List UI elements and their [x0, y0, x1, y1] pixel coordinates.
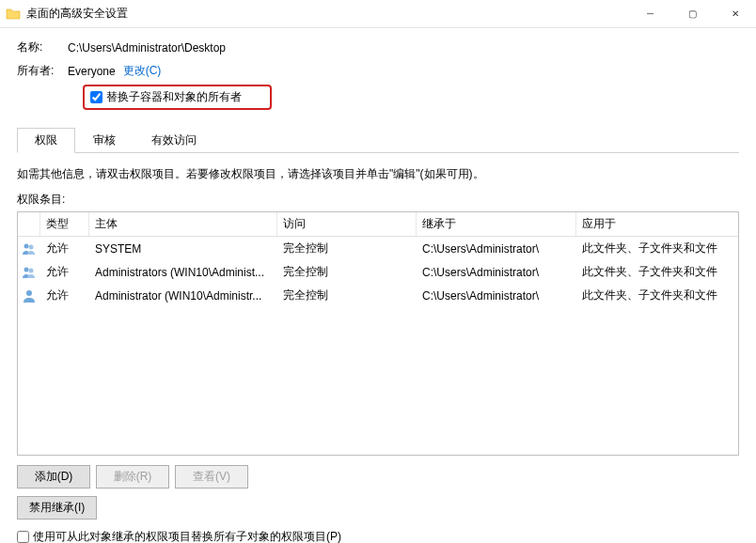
table-row[interactable]: 允许Administrators (WIN10\Administ...完全控制C…	[18, 260, 738, 284]
cell-applies: 此文件夹、子文件夹和文件	[576, 237, 738, 260]
cell-access: 完全控制	[277, 260, 417, 284]
disable-inheritance-button[interactable]: 禁用继承(I)	[17, 496, 97, 520]
cell-type: 允许	[40, 260, 89, 284]
folder-icon	[6, 7, 21, 22]
cell-access: 完全控制	[277, 284, 417, 307]
cell-principal: Administrators (WIN10\Administ...	[89, 262, 277, 283]
name-label: 名称:	[17, 39, 68, 55]
info-text: 如需其他信息，请双击权限项目。若要修改权限项目，请选择该项目并单击"编辑"(如果…	[17, 166, 739, 182]
table-row[interactable]: 允许Administrator (WIN10\Administr...完全控制C…	[18, 284, 738, 307]
svg-point-2	[24, 267, 29, 272]
svg-point-4	[26, 290, 32, 296]
inherit-row: 禁用继承(I)	[17, 496, 739, 520]
owner-row: 所有者: Everyone 更改(C)	[17, 63, 739, 79]
group-icon	[18, 238, 40, 260]
content-area: 名称: C:\Users\Administrator\Desktop 所有者: …	[0, 28, 756, 543]
cell-access: 完全控制	[277, 237, 417, 260]
name-value: C:\Users\Administrator\Desktop	[68, 41, 226, 54]
tab-auditing[interactable]: 审核	[75, 128, 134, 153]
tabs: 权限 审核 有效访问	[17, 127, 739, 153]
replace-all-label: 使用可从此对象继承的权限项目替换所有子对象的权限项目(P)	[33, 529, 341, 543]
cell-applies: 此文件夹、子文件夹和文件	[576, 260, 738, 284]
window-title: 桌面的高级安全设置	[26, 6, 629, 22]
change-owner-link[interactable]: 更改(C)	[123, 63, 162, 79]
view-button[interactable]: 查看(V)	[175, 465, 248, 489]
col-type[interactable]: 类型	[40, 212, 89, 236]
cell-type: 允许	[40, 237, 89, 260]
replace-owner-label: 替换子容器和对象的所有者	[106, 89, 242, 105]
replace-all-row: 使用可从此对象继承的权限项目替换所有子对象的权限项目(P)	[17, 529, 739, 543]
table-header: 类型 主体 访问 继承于 应用于	[18, 212, 738, 237]
cell-inherited: C:\Users\Administrator\	[417, 262, 576, 283]
owner-value: Everyone	[68, 65, 116, 78]
group-icon	[18, 261, 40, 284]
maximize-button[interactable]: ▢	[671, 0, 714, 27]
svg-point-3	[29, 268, 34, 272]
permissions-table[interactable]: 类型 主体 访问 继承于 应用于 允许SYSTEM完全控制C:\Users\Ad…	[17, 211, 739, 456]
buttons-row: 添加(D) 删除(R) 查看(V)	[17, 465, 739, 489]
col-principal[interactable]: 主体	[89, 212, 277, 236]
cell-inherited: C:\Users\Administrator\	[417, 239, 576, 259]
remove-button[interactable]: 删除(R)	[96, 465, 169, 489]
col-inherited[interactable]: 继承于	[417, 212, 576, 236]
owner-label: 所有者:	[17, 63, 68, 79]
tab-permissions[interactable]: 权限	[17, 128, 75, 153]
add-button[interactable]: 添加(D)	[17, 465, 90, 489]
col-access[interactable]: 访问	[277, 212, 417, 236]
svg-point-0	[24, 243, 29, 248]
entries-label: 权限条目:	[17, 192, 739, 208]
cell-principal: SYSTEM	[89, 239, 277, 259]
tab-effective[interactable]: 有效访问	[134, 128, 214, 153]
table-row[interactable]: 允许SYSTEM完全控制C:\Users\Administrator\此文件夹、…	[18, 237, 738, 260]
close-button[interactable]: ✕	[714, 0, 756, 27]
replace-owner-checkbox[interactable]	[90, 91, 102, 103]
replace-owner-highlight: 替换子容器和对象的所有者	[83, 85, 272, 110]
cell-applies: 此文件夹、子文件夹和文件	[576, 284, 738, 307]
replace-all-checkbox[interactable]	[17, 531, 29, 543]
user-icon	[18, 285, 40, 307]
cell-inherited: C:\Users\Administrator\	[417, 286, 576, 306]
name-row: 名称: C:\Users\Administrator\Desktop	[17, 39, 739, 55]
svg-point-1	[29, 244, 34, 249]
cell-principal: Administrator (WIN10\Administr...	[89, 286, 277, 306]
cell-type: 允许	[40, 284, 89, 307]
window-controls: ─ ▢ ✕	[629, 0, 756, 27]
title-bar: 桌面的高级安全设置 ─ ▢ ✕	[0, 0, 756, 28]
col-applies[interactable]: 应用于	[576, 212, 738, 236]
minimize-button[interactable]: ─	[629, 0, 671, 27]
